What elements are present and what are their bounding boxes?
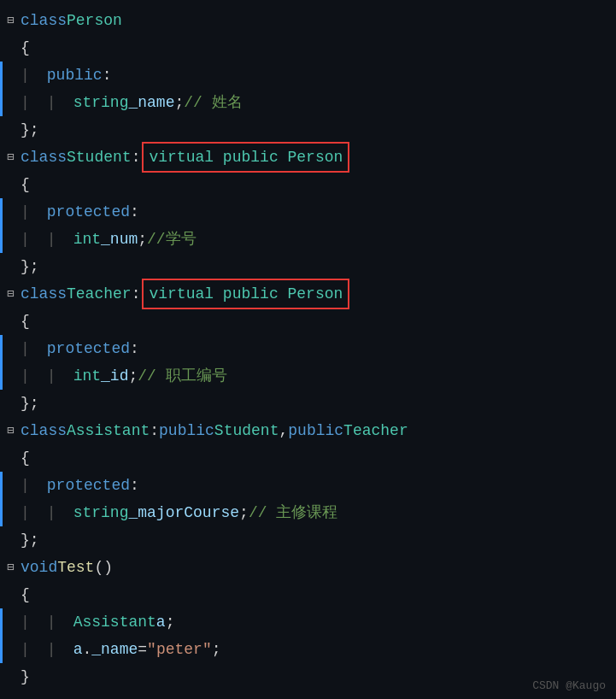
code-line: ⊟▶class Teacher : virtual public Person bbox=[0, 280, 616, 308]
token-brace: } bbox=[21, 663, 30, 690]
code-line: ||int _num; //学号 bbox=[0, 226, 616, 253]
code-line: }; bbox=[0, 253, 616, 280]
token-brace: { bbox=[21, 308, 30, 335]
code-line: ⊟class Person bbox=[0, 7, 616, 34]
token-var-name: a bbox=[73, 636, 83, 663]
indent: || bbox=[21, 608, 73, 636]
token-class-name: Teacher bbox=[343, 417, 408, 444]
token-kw-string: string bbox=[73, 89, 129, 116]
highlight-box: virtual public Person bbox=[142, 142, 349, 173]
token-brace: { bbox=[21, 581, 30, 608]
token-fn-name: Test bbox=[57, 554, 94, 581]
token-punctuation: ; bbox=[239, 499, 249, 526]
code-line: }; bbox=[0, 390, 616, 417]
indent: || bbox=[21, 226, 73, 253]
token-var-name: _name bbox=[91, 636, 138, 663]
fold-icon[interactable]: ⊟ bbox=[7, 280, 21, 308]
token-brace: }; bbox=[21, 253, 39, 280]
token-kw-class: class bbox=[21, 417, 67, 444]
token-kw-int: int bbox=[73, 362, 101, 390]
token-kw-class: class bbox=[21, 7, 67, 34]
code-line: ||string _majorCourse; // 主修课程 bbox=[0, 499, 616, 526]
indent: || bbox=[21, 362, 73, 390]
code-line: |protected: bbox=[0, 198, 616, 226]
token-punctuation: : bbox=[103, 62, 112, 89]
token-class-name: Student bbox=[67, 144, 132, 171]
token-brace: }; bbox=[21, 390, 39, 417]
token-kw-int: int bbox=[73, 226, 101, 253]
indent: | bbox=[21, 62, 47, 89]
token-punctuation: : bbox=[132, 144, 141, 171]
fold-icon[interactable]: ⊟ bbox=[7, 144, 21, 171]
token-comment: // 职工编号 bbox=[138, 362, 226, 390]
token-kw-protected: protected bbox=[47, 198, 130, 226]
token-punctuation: ; bbox=[166, 608, 175, 636]
code-line: ||string _name; // 姓名 bbox=[0, 89, 616, 116]
indent: || bbox=[21, 636, 73, 663]
token-kw-protected: protected bbox=[47, 472, 130, 499]
token-var-name: _majorCourse bbox=[128, 499, 239, 526]
token-class-name: Student bbox=[214, 417, 279, 444]
code-line: |protected: bbox=[0, 472, 616, 499]
token-brace: }; bbox=[21, 116, 39, 144]
indent: | bbox=[21, 335, 47, 362]
code-line: }; bbox=[0, 116, 616, 144]
token-kw-void: void bbox=[21, 554, 57, 581]
token-punctuation: : bbox=[130, 198, 139, 226]
token-punctuation: . bbox=[82, 636, 91, 663]
token-var-name: a bbox=[156, 608, 166, 636]
code-line: { bbox=[0, 581, 616, 608]
code-line: |protected: bbox=[0, 335, 616, 362]
code-line: } bbox=[0, 663, 616, 690]
token-class-name: Assistant bbox=[67, 417, 150, 444]
highlight-box: virtual public Person bbox=[142, 279, 349, 309]
token-brace: { bbox=[21, 444, 30, 472]
fold-icon[interactable]: ⊟ bbox=[7, 7, 21, 34]
code-line: { bbox=[0, 308, 616, 335]
token-punctuation: : bbox=[130, 472, 139, 499]
token-punctuation: = bbox=[138, 636, 147, 663]
token-punctuation: : bbox=[150, 417, 159, 444]
token-var-name: _name bbox=[128, 89, 174, 116]
token-string-val: "peter" bbox=[147, 636, 212, 663]
code-line: ⊟void Test() bbox=[0, 554, 616, 581]
watermark: CSDN @Kaugo bbox=[532, 679, 606, 692]
token-punctuation: ; bbox=[174, 89, 184, 116]
token-brace: { bbox=[21, 171, 30, 198]
token-comment: // 主修课程 bbox=[249, 499, 337, 526]
code-editor: ⊟class Person{|public:||string _name; //… bbox=[0, 0, 616, 699]
token-class-name: Assistant bbox=[73, 608, 156, 636]
token-comment: // 姓名 bbox=[184, 89, 242, 116]
code-line: ⊟class Assistant : public Student, publi… bbox=[0, 417, 616, 444]
token-kw-protected: protected bbox=[47, 335, 130, 362]
code-line: { bbox=[0, 34, 616, 62]
code-line: ||a._name = "peter"; bbox=[0, 636, 616, 663]
indent: | bbox=[21, 198, 47, 226]
token-punctuation: , bbox=[279, 417, 288, 444]
code-line: |public: bbox=[0, 62, 616, 89]
token-kw-class: class bbox=[21, 280, 67, 308]
token-kw-public: public bbox=[47, 62, 103, 89]
token-kw-public: public bbox=[288, 417, 343, 444]
token-class-name: Teacher bbox=[67, 280, 132, 308]
code-line: ||Assistant a; bbox=[0, 608, 616, 636]
token-brace: { bbox=[21, 34, 30, 62]
indent: || bbox=[21, 499, 73, 526]
token-brace: }; bbox=[21, 526, 39, 554]
fold-icon[interactable]: ⊟ bbox=[7, 554, 21, 581]
code-line: ||int _id; // 职工编号 bbox=[0, 362, 616, 390]
token-punctuation: () bbox=[94, 554, 113, 581]
indent: || bbox=[21, 89, 73, 116]
indent: | bbox=[21, 472, 47, 499]
token-var-name: _id bbox=[101, 362, 128, 390]
token-punctuation: ; bbox=[138, 226, 147, 253]
token-punctuation: ; bbox=[128, 362, 138, 390]
code-line: ⊟class Student : virtual public Person bbox=[0, 144, 616, 171]
code-line: { bbox=[0, 444, 616, 472]
fold-icon[interactable]: ⊟ bbox=[7, 417, 21, 444]
code-area: ⊟class Person{|public:||string _name; //… bbox=[0, 0, 616, 697]
token-class-name: Person bbox=[67, 7, 122, 34]
token-kw-string: string bbox=[73, 499, 129, 526]
token-kw-public: public bbox=[159, 417, 214, 444]
token-punctuation: : bbox=[132, 280, 141, 308]
